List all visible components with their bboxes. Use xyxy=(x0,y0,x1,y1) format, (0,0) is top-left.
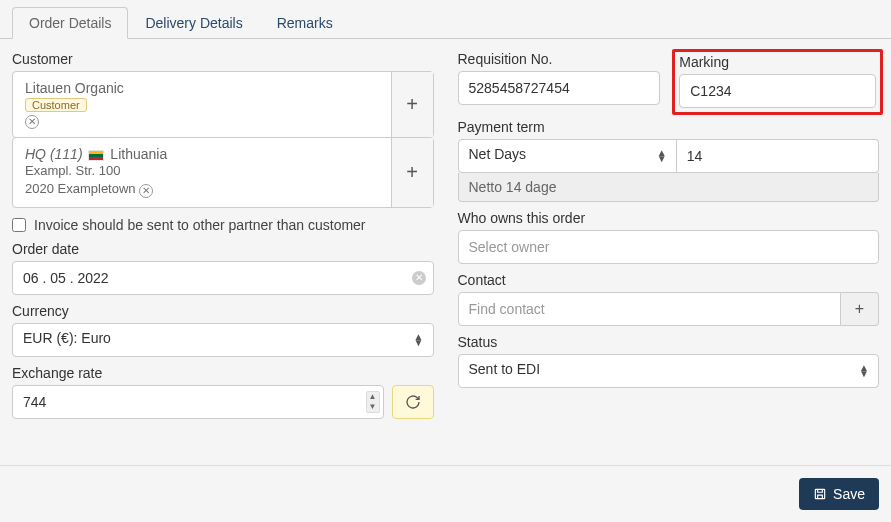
customer-label: Customer xyxy=(12,51,434,67)
payment-term-select[interactable]: Net Days xyxy=(458,139,677,173)
flag-lithuania-icon xyxy=(88,150,104,161)
add-contact-button[interactable]: + xyxy=(841,292,879,326)
remove-address-icon[interactable]: ✕ xyxy=(139,184,153,198)
owner-input[interactable] xyxy=(458,230,880,264)
exchange-rate-label: Exchange rate xyxy=(12,365,434,381)
marking-highlight: Marking xyxy=(672,49,883,115)
invoice-other-label: Invoice should be sent to other partner … xyxy=(34,217,366,233)
payment-term-label: Payment term xyxy=(458,119,880,135)
payment-term-summary: Netto 14 dage xyxy=(458,173,880,202)
order-date-label: Order date xyxy=(12,241,434,257)
order-date-input[interactable] xyxy=(12,261,434,295)
tab-delivery-details[interactable]: Delivery Details xyxy=(128,7,259,38)
address-line-1: Exampl. Str. 100 xyxy=(25,162,379,180)
status-label: Status xyxy=(458,334,880,350)
invoice-other-checkbox[interactable] xyxy=(12,218,26,232)
add-address-button[interactable]: + xyxy=(391,138,433,206)
currency-select[interactable]: EUR (€): Euro xyxy=(12,323,434,357)
refresh-icon xyxy=(405,394,421,410)
customer-name: Litauen Organic xyxy=(25,80,379,96)
svg-rect-0 xyxy=(815,489,824,498)
currency-label: Currency xyxy=(12,303,434,319)
tabs: Order Details Delivery Details Remarks xyxy=(0,0,891,39)
remove-customer-icon[interactable]: ✕ xyxy=(25,115,39,129)
contact-input[interactable] xyxy=(458,292,842,326)
number-spinner[interactable]: ▲▼ xyxy=(366,391,380,413)
save-button[interactable]: Save xyxy=(799,478,879,510)
marking-input[interactable] xyxy=(679,74,876,108)
save-icon xyxy=(813,487,827,501)
address-line-2: 2020 Exampletown ✕ xyxy=(25,180,379,198)
owner-label: Who owns this order xyxy=(458,210,880,226)
requisition-label: Requisition No. xyxy=(458,51,661,67)
customer-hq-line: HQ (111) Lithuania xyxy=(25,146,379,162)
requisition-input[interactable] xyxy=(458,71,661,105)
tab-order-details[interactable]: Order Details xyxy=(12,7,128,39)
tab-remarks[interactable]: Remarks xyxy=(260,7,350,38)
contact-label: Contact xyxy=(458,272,880,288)
refresh-rate-button[interactable] xyxy=(392,385,434,419)
clear-date-icon[interactable]: ✕ xyxy=(412,271,426,285)
footer: Save xyxy=(0,465,891,522)
exchange-rate-input[interactable] xyxy=(12,385,384,419)
customer-badge: Customer xyxy=(25,98,87,112)
add-customer-button[interactable]: + xyxy=(391,72,433,137)
payment-term-days-input[interactable] xyxy=(677,139,879,173)
marking-label: Marking xyxy=(679,54,876,70)
status-select[interactable]: Sent to EDI xyxy=(458,354,880,388)
customer-primary-box: Litauen Organic Customer ✕ + xyxy=(12,71,434,138)
customer-address-box: HQ (111) Lithuania Exampl. Str. 100 2020… xyxy=(12,137,434,207)
